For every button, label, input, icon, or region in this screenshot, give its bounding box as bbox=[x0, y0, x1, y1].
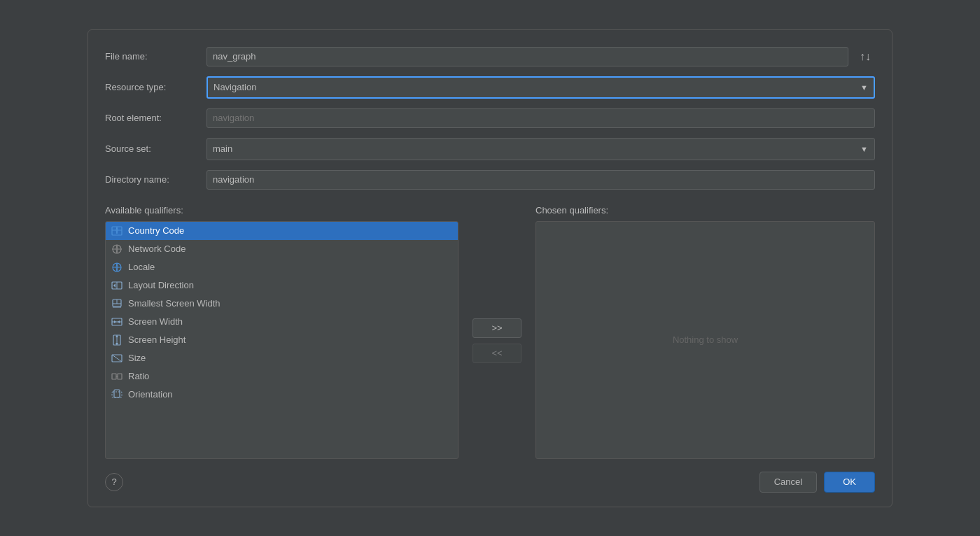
qualifier-label-screen-height: Screen Height bbox=[128, 334, 186, 345]
file-name-input[interactable] bbox=[206, 47, 848, 66]
size-icon bbox=[111, 353, 122, 364]
directory-name-input[interactable] bbox=[206, 170, 875, 190]
qualifier-item-layout-direction[interactable]: Layout Direction bbox=[106, 276, 458, 295]
remove-qualifier-button[interactable]: << bbox=[472, 344, 522, 363]
qualifier-label-country-code: Country Code bbox=[128, 225, 184, 236]
footer-actions: Cancel OK bbox=[760, 472, 875, 493]
qualifier-item-smallest-screen-width[interactable]: Smallest Screen Width bbox=[106, 295, 458, 313]
file-name-row: File name: ↑↓ bbox=[105, 47, 875, 66]
svg-rect-12 bbox=[113, 306, 121, 308]
svg-marker-16 bbox=[118, 320, 120, 323]
nothing-to-show-label: Nothing to show bbox=[673, 334, 738, 345]
cancel-button[interactable]: Cancel bbox=[760, 472, 817, 493]
network-code-icon bbox=[111, 244, 122, 255]
svg-marker-15 bbox=[114, 320, 116, 323]
qualifier-item-orientation[interactable]: Orientation bbox=[106, 386, 458, 404]
country-code-icon bbox=[111, 225, 122, 237]
available-qualifiers-list[interactable]: Country Code Network Code bbox=[105, 221, 458, 459]
svg-rect-0 bbox=[112, 227, 122, 235]
resource-type-row: Resource type: Navigation Layout Menu Dr… bbox=[105, 76, 875, 99]
qualifier-label-ratio: Ratio bbox=[128, 371, 149, 381]
directory-name-row: Directory name: bbox=[105, 170, 875, 190]
qualifier-label-network-code: Network Code bbox=[128, 244, 186, 254]
source-set-select-wrapper: main debug release test ▼ bbox=[206, 138, 875, 160]
qualifier-item-size[interactable]: Size bbox=[106, 349, 458, 367]
svg-rect-23 bbox=[112, 374, 116, 379]
qualifier-item-country-code[interactable]: Country Code bbox=[106, 222, 458, 240]
qualifier-label-size: Size bbox=[128, 353, 146, 363]
qualifier-item-network-code[interactable]: Network Code bbox=[106, 240, 458, 258]
ratio-icon bbox=[111, 371, 122, 382]
dialog-footer: ? Cancel OK bbox=[105, 472, 875, 493]
locale-icon bbox=[111, 262, 122, 273]
layout-direction-icon bbox=[111, 280, 122, 291]
chosen-qualifiers-header: Chosen qualifiers: bbox=[536, 205, 875, 216]
screen-height-icon bbox=[111, 334, 122, 346]
svg-marker-8 bbox=[113, 283, 115, 288]
svg-rect-27 bbox=[112, 392, 122, 397]
resource-type-label: Resource type: bbox=[105, 82, 206, 92]
new-resource-file-dialog: File name: ↑↓ Resource type: Navigation … bbox=[88, 29, 892, 507]
chosen-qualifiers-panel: Chosen qualifiers: Nothing to show bbox=[536, 205, 875, 459]
smallest-screen-width-icon bbox=[111, 298, 122, 309]
sort-button[interactable]: ↑↓ bbox=[855, 49, 875, 64]
source-set-label: Source set: bbox=[105, 143, 206, 154]
svg-rect-24 bbox=[118, 374, 122, 379]
qualifiers-section: Available qualifiers: Country Code bbox=[105, 205, 875, 459]
svg-line-22 bbox=[112, 355, 122, 362]
qualifier-transfer-buttons: >> << bbox=[458, 205, 536, 459]
qualifier-item-ratio[interactable]: Ratio bbox=[106, 367, 458, 386]
qualifier-item-locale[interactable]: Locale bbox=[106, 258, 458, 276]
qualifier-label-smallest-screen-width: Smallest Screen Width bbox=[128, 298, 220, 309]
qualifier-item-screen-height[interactable]: Screen Height bbox=[106, 331, 458, 349]
orientation-icon bbox=[111, 389, 122, 400]
svg-rect-26 bbox=[114, 390, 120, 397]
source-set-row: Source set: main debug release test ▼ bbox=[105, 138, 875, 160]
root-element-input[interactable] bbox=[206, 108, 875, 128]
qualifier-label-orientation: Orientation bbox=[128, 389, 173, 400]
resource-type-select[interactable]: Navigation Layout Menu Drawable Values A… bbox=[206, 76, 875, 99]
file-name-label: File name: bbox=[105, 51, 206, 62]
qualifier-label-layout-direction: Layout Direction bbox=[128, 280, 194, 290]
root-element-row: Root element: bbox=[105, 108, 875, 128]
screen-width-icon bbox=[111, 316, 122, 327]
ok-button[interactable]: OK bbox=[824, 472, 875, 493]
help-button[interactable]: ? bbox=[105, 473, 123, 491]
root-element-label: Root element: bbox=[105, 113, 206, 123]
chosen-qualifiers-list: Nothing to show bbox=[536, 221, 875, 459]
directory-name-label: Directory name: bbox=[105, 174, 206, 185]
qualifier-label-screen-width: Screen Width bbox=[128, 316, 183, 327]
resource-type-select-wrapper: Navigation Layout Menu Drawable Values A… bbox=[206, 76, 875, 99]
qualifier-item-screen-width[interactable]: Screen Width bbox=[106, 313, 458, 331]
qualifier-label-locale: Locale bbox=[128, 262, 155, 272]
source-set-select[interactable]: main debug release test bbox=[206, 138, 875, 160]
available-qualifiers-header: Available qualifiers: bbox=[105, 205, 458, 216]
available-qualifiers-panel: Available qualifiers: Country Code bbox=[105, 205, 458, 459]
add-qualifier-button[interactable]: >> bbox=[472, 318, 522, 338]
